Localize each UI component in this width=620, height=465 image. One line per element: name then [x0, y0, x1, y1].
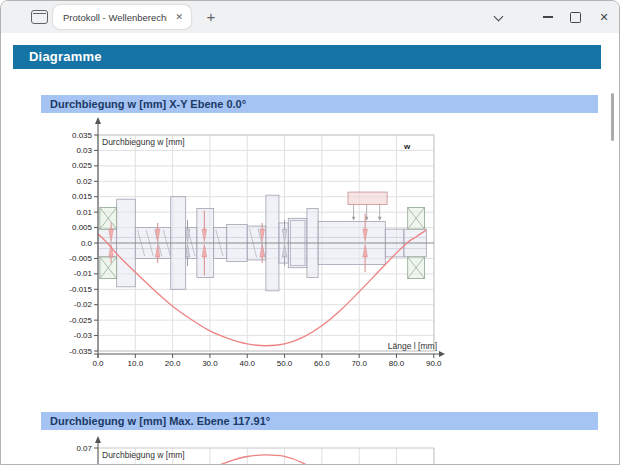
svg-text:20.0: 20.0 [165, 359, 181, 368]
svg-text:60.0: 60.0 [314, 359, 330, 368]
tab-close-icon[interactable]: ✕ [167, 12, 191, 22]
page-content: Diagramme Durchbiegung w [mm] X-Y Ebene … [1, 33, 619, 464]
svg-text:0.0: 0.0 [92, 359, 104, 368]
svg-text:-0.005: -0.005 [69, 254, 92, 263]
page-header-bar: Diagramme [13, 45, 601, 69]
svg-text:-0.035: -0.035 [69, 347, 92, 356]
browser-tab[interactable]: Protokoll - Wellenberechnung ✕ [53, 5, 191, 29]
svg-text:-0.03: -0.03 [74, 331, 93, 340]
tab-actions-icon[interactable] [31, 10, 48, 24]
section-title-diagram-1: Durchbiegung w [mm] X-Y Ebene 0.0° [41, 95, 598, 113]
svg-text:10.0: 10.0 [128, 359, 144, 368]
svg-text:0.0: 0.0 [81, 239, 93, 248]
diagram-1-title: Durchbiegung w [mm] X-Y Ebene 0.0° [50, 98, 246, 110]
svg-text:0.025: 0.025 [72, 161, 93, 170]
svg-text:-0.025: -0.025 [69, 316, 92, 325]
svg-text:0.01: 0.01 [76, 208, 92, 217]
svg-text:30.0: 30.0 [202, 359, 218, 368]
svg-text:0.02: 0.02 [76, 177, 92, 186]
tab-list-chevron-icon[interactable] [493, 12, 505, 22]
svg-text:-0.02: -0.02 [74, 300, 93, 309]
svg-text:50.0: 50.0 [277, 359, 293, 368]
svg-text:70.0: 70.0 [351, 359, 367, 368]
close-button[interactable]: ✕ [596, 9, 612, 25]
tab-title: Protokoll - Wellenberechnung [53, 12, 167, 23]
section-title-diagram-2: Durchbiegung w [mm] Max. Ebene 117.91° [41, 412, 598, 430]
svg-text:w: w [403, 142, 411, 151]
svg-text:0.015: 0.015 [72, 192, 93, 201]
svg-text:0.03: 0.03 [76, 146, 92, 155]
scrollbar-thumb[interactable] [611, 93, 614, 141]
svg-text:Länge l [mm]: Länge l [mm] [388, 341, 437, 351]
svg-text:-0.015: -0.015 [69, 285, 92, 294]
maximize-button[interactable] [570, 12, 581, 23]
new-tab-button[interactable]: + [199, 5, 223, 29]
deflection-chart-xy-plane: 0.0350.030.0250.020.0150.010.0050.0-0.00… [41, 114, 601, 376]
browser-title-bar: Protokoll - Wellenberechnung ✕ + ✕ [1, 1, 619, 34]
diagram-2-title: Durchbiegung w [mm] Max. Ebene 117.91° [50, 415, 270, 427]
svg-text:-0.01: -0.01 [74, 269, 93, 278]
svg-text:40.0: 40.0 [239, 359, 255, 368]
svg-text:80.0: 80.0 [389, 359, 405, 368]
page-title: Diagramme [29, 49, 102, 64]
svg-text:0.035: 0.035 [72, 131, 93, 140]
svg-text:Durchbiegung w [mm]: Durchbiegung w [mm] [102, 137, 185, 147]
deflection-chart-max-plane: 0.07Durchbiegung w [mm] [41, 433, 601, 465]
minimize-button[interactable] [543, 16, 553, 18]
browser-window: Protokoll - Wellenberechnung ✕ + ✕ Diagr… [0, 0, 620, 465]
svg-text:90.0: 90.0 [426, 359, 442, 368]
svg-text:0.005: 0.005 [72, 223, 93, 232]
svg-text:0.07: 0.07 [76, 444, 92, 453]
svg-text:Durchbiegung w [mm]: Durchbiegung w [mm] [102, 450, 185, 460]
